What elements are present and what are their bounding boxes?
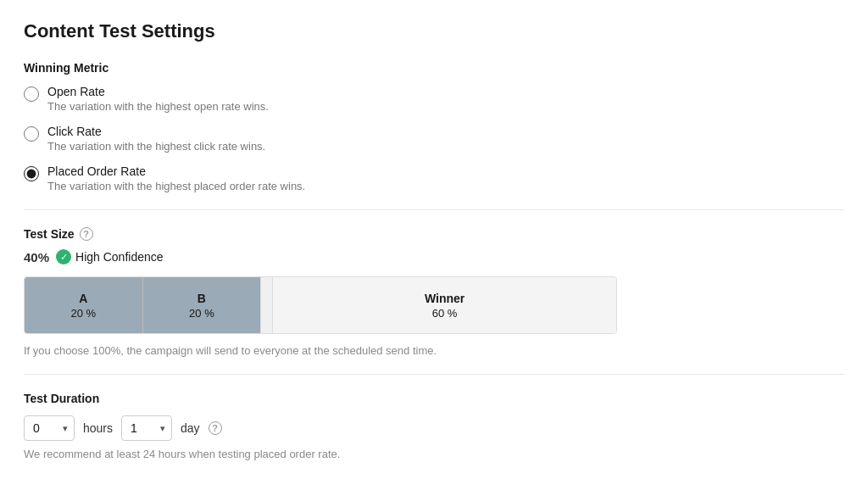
placed-order-rate-desc: The variation with the highest placed or… bbox=[47, 180, 305, 192]
winning-metric-group: Open Rate The variation with the highest… bbox=[24, 85, 844, 192]
test-size-label: Test Size bbox=[24, 227, 75, 241]
radio-option-placed-order-rate[interactable]: Placed Order Rate The variation with the… bbox=[24, 164, 844, 192]
bar-segment-b: B 20 % bbox=[143, 277, 262, 333]
page-title: Content Test Settings bbox=[24, 20, 844, 42]
bar-b-value: 20 % bbox=[189, 307, 214, 320]
bar-segment-winner: Winner 60 % bbox=[273, 277, 616, 333]
confidence-label: High Confidence bbox=[75, 250, 164, 264]
click-rate-label: Click Rate bbox=[47, 125, 265, 138]
bar-winner-value: 60 % bbox=[432, 307, 458, 320]
test-size-value: 40% bbox=[24, 250, 49, 265]
test-duration-section: Test Duration 0 1 2 3 4 6 8 12 ▾ hours 1… bbox=[24, 392, 844, 460]
duration-help-icon[interactable]: ? bbox=[209, 421, 222, 435]
hours-select-wrapper: 0 1 2 3 4 6 8 12 ▾ bbox=[24, 415, 75, 441]
open-rate-label: Open Rate bbox=[47, 85, 269, 98]
test-size-value-row: 40% ✓ High Confidence bbox=[24, 249, 844, 265]
hours-select[interactable]: 0 1 2 3 4 6 8 12 bbox=[24, 415, 75, 441]
bar-a-value: 20 % bbox=[70, 307, 96, 320]
check-circle-icon: ✓ bbox=[56, 249, 71, 265]
bar-a-label: A bbox=[79, 292, 87, 305]
radio-option-click-rate[interactable]: Click Rate The variation with the highes… bbox=[24, 125, 844, 153]
day-select-wrapper: 1 2 3 4 5 6 7 ▾ bbox=[121, 415, 172, 441]
duration-controls: 0 1 2 3 4 6 8 12 ▾ hours 1 2 3 4 5 6 7 ▾ bbox=[24, 415, 844, 441]
open-rate-desc: The variation with the highest open rate… bbox=[47, 100, 269, 113]
bar-b-label: B bbox=[198, 292, 206, 305]
test-size-header: Test Size ? bbox=[24, 227, 844, 241]
test-size-help-icon[interactable]: ? bbox=[80, 227, 93, 241]
section-divider-1 bbox=[24, 209, 844, 210]
confidence-badge: ✓ High Confidence bbox=[56, 249, 164, 265]
bar-segment-divider bbox=[261, 277, 273, 333]
winning-metric-label: Winning Metric bbox=[24, 61, 844, 75]
test-duration-label: Test Duration bbox=[24, 392, 844, 405]
radio-open-rate[interactable] bbox=[24, 86, 39, 102]
section-divider-2 bbox=[24, 374, 844, 375]
radio-placed-order-rate[interactable] bbox=[24, 166, 39, 181]
placed-order-rate-label: Placed Order Rate bbox=[47, 164, 305, 178]
day-unit-label: day bbox=[181, 421, 200, 435]
hours-unit-label: hours bbox=[83, 421, 113, 435]
radio-option-open-rate[interactable]: Open Rate The variation with the highest… bbox=[24, 85, 844, 113]
click-rate-desc: The variation with the highest click rat… bbox=[47, 140, 265, 153]
radio-click-rate[interactable] bbox=[24, 126, 39, 142]
bar-segment-a: A 20 % bbox=[25, 277, 143, 333]
recommend-text: We recommend at least 24 hours when test… bbox=[24, 448, 844, 460]
day-select[interactable]: 1 2 3 4 5 6 7 bbox=[121, 415, 172, 441]
bar-winner-label: Winner bbox=[425, 292, 465, 305]
test-size-bar-chart: A 20 % B 20 % Winner 60 % bbox=[24, 276, 617, 334]
test-size-note: If you choose 100%, the campaign will se… bbox=[24, 344, 844, 357]
